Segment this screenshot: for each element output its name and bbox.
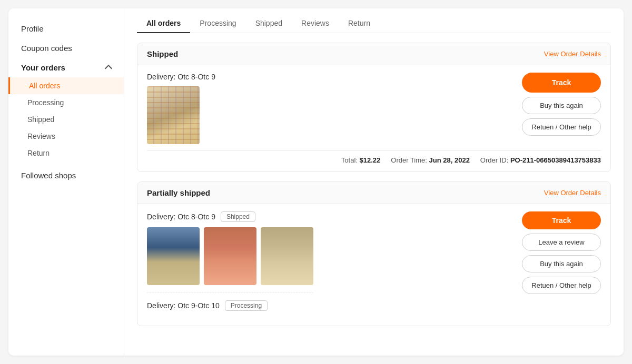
track-button-1[interactable]: Track xyxy=(522,73,601,93)
order-card-header-1: Shipped View Order Details xyxy=(137,43,610,65)
tab-return[interactable]: Return xyxy=(339,14,380,33)
tabs-bar: All orders Processing Shipped Reviews Re… xyxy=(137,8,611,33)
tab-shipped[interactable]: Shipped xyxy=(246,14,292,33)
sidebar-item-coupon[interactable]: Coupon codes xyxy=(8,38,124,58)
order-card-shipped: Shipped View Order Details Delivery: Otc… xyxy=(137,43,611,172)
order-status-partial: Partially shipped xyxy=(147,188,210,197)
processing-badge: Processing xyxy=(225,300,268,311)
product-image-back xyxy=(204,227,256,285)
delivery-label-1: Delivery: Otc 8-Otc 9 xyxy=(147,73,215,81)
order-card-header-2: Partially shipped View Order Details xyxy=(137,182,610,204)
order-row-2: Delivery: Otc 8-Otc 9 Shipped xyxy=(147,211,601,318)
tab-processing[interactable]: Processing xyxy=(190,14,245,33)
order-time: Order Time: Jun 28, 2022 xyxy=(391,156,470,164)
order-id: Order ID: PO-211-06650389413753833 xyxy=(480,156,601,164)
main-content: All orders Processing Shipped Reviews Re… xyxy=(124,8,624,356)
sidebar-item-profile[interactable]: Profile xyxy=(8,19,124,38)
view-order-details-link-2[interactable]: View Order Details xyxy=(544,189,601,197)
sidebar: Profile Coupon codes Your orders All ord… xyxy=(8,8,124,356)
delivery-row-1: Delivery: Otc 8-Otc 9 xyxy=(147,73,215,81)
order-card-partially-shipped: Partially shipped View Order Details Del… xyxy=(137,181,611,326)
sidebar-item-followed-shops[interactable]: Followed shops xyxy=(8,166,124,185)
order-body-1: Delivery: Otc 8-Otc 9 Track Buy this aga… xyxy=(137,65,610,171)
delivery-label-3: Delivery: Otc 9-Otc 10 xyxy=(147,301,220,310)
order-body-2: Delivery: Otc 8-Otc 9 Shipped xyxy=(137,204,610,326)
product-image-sweater xyxy=(147,86,200,144)
sidebar-sub-reviews[interactable]: Reviews xyxy=(8,128,124,145)
delivery-row-2: Delivery: Otc 8-Otc 9 Shipped xyxy=(147,211,313,222)
sidebar-sub-processing[interactable]: Processing xyxy=(8,94,124,111)
buy-again-button-2[interactable]: Buy this again xyxy=(522,255,601,272)
order-left-1: Delivery: Otc 8-Otc 9 xyxy=(147,73,215,144)
product-images-2 xyxy=(147,227,313,285)
leave-review-button[interactable]: Leave a review xyxy=(522,234,601,251)
product-image-jacket xyxy=(147,227,200,285)
action-buttons-2: Track Leave a review Buy this again Retu… xyxy=(517,211,601,294)
product-image-blonde xyxy=(261,227,313,285)
page-container: Profile Coupon codes Your orders All ord… xyxy=(8,8,624,356)
sidebar-sub-return[interactable]: Return xyxy=(8,145,124,161)
track-button-2[interactable]: Track xyxy=(522,211,601,229)
shipped-badge: Shipped xyxy=(221,211,255,222)
sidebar-your-orders[interactable]: Your orders xyxy=(8,58,124,77)
order-total: Total: $12.22 xyxy=(341,156,380,164)
return-help-button-1[interactable]: Retuen / Other help xyxy=(522,118,601,136)
delivery-row-3: Delivery: Otc 9-Otc 10 Processing xyxy=(147,300,313,311)
buy-again-button-1[interactable]: Buy this again xyxy=(522,97,601,114)
tab-all-orders[interactable]: All orders xyxy=(137,14,190,33)
product-images-1 xyxy=(147,86,215,144)
return-help-button-2[interactable]: Retuen / Other help xyxy=(522,277,601,294)
delivery-section-1: Delivery: Otc 8-Otc 9 Shipped xyxy=(147,211,313,285)
order-status-shipped: Shipped xyxy=(147,49,178,58)
order-row-1: Delivery: Otc 8-Otc 9 Track Buy this aga… xyxy=(147,73,601,144)
order-left-2: Delivery: Otc 8-Otc 9 Shipped xyxy=(147,211,313,318)
order-footer-1: Total: $12.22 Order Time: Jun 28, 2022 O… xyxy=(147,150,601,164)
chevron-up-icon xyxy=(105,64,112,72)
sidebar-sub-shipped[interactable]: Shipped xyxy=(8,111,124,128)
delivery-section-2: Delivery: Otc 9-Otc 10 Processing xyxy=(147,292,313,311)
view-order-details-link-1[interactable]: View Order Details xyxy=(544,50,601,58)
sidebar-sub-all-orders[interactable]: All orders xyxy=(8,77,124,94)
action-buttons-1: Track Buy this again Retuen / Other help xyxy=(517,73,601,136)
tab-reviews[interactable]: Reviews xyxy=(292,14,339,33)
delivery-label-2: Delivery: Otc 8-Otc 9 xyxy=(147,213,215,221)
